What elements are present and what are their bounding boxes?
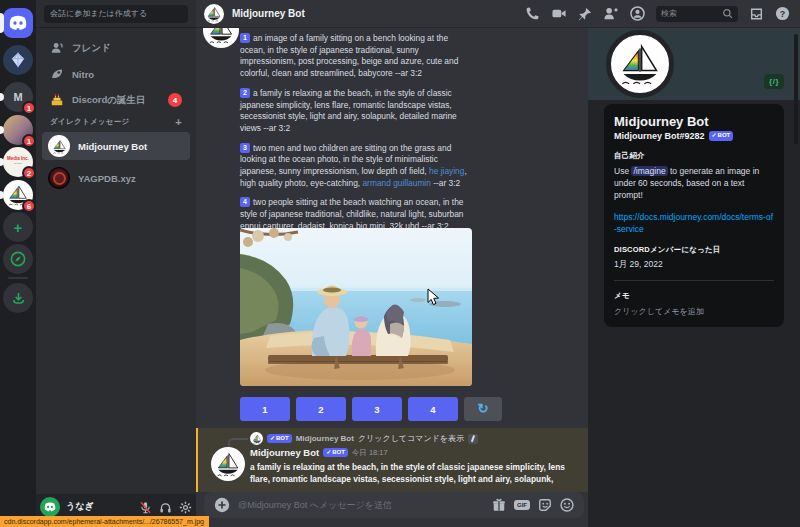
- search-box[interactable]: 検索: [656, 6, 738, 22]
- bot-badge: ✓ BOT: [267, 434, 292, 443]
- server-dm-media-inc[interactable]: Media Inc.~~~2: [3, 147, 33, 177]
- sidebar-item-nitro[interactable]: Nitro: [42, 62, 190, 86]
- add-server-icon: +: [14, 221, 23, 234]
- nitro-icon: [50, 67, 64, 81]
- server-dm-midjourney[interactable]: 6: [3, 180, 33, 210]
- explore-compass-icon[interactable]: [3, 244, 33, 274]
- prompt-number: 4: [240, 197, 250, 207]
- attach-file-icon[interactable]: [214, 497, 230, 513]
- about-text: Use /imagine to generate an image in und…: [614, 165, 774, 201]
- generated-image-attachment[interactable]: [240, 228, 472, 386]
- mention-highlight-message: ✓ BOT Midjourney Bot クリックしてコマンドを表示 Midjo…: [196, 428, 588, 492]
- unread-badge: 6: [22, 199, 36, 213]
- server-rail: M11Media Inc.~~~2 6+: [0, 0, 36, 527]
- gif-picker-button[interactable]: GIF: [514, 500, 530, 510]
- dm-section-header: ダイレクトメッセージ +: [50, 117, 182, 127]
- reply-author: Midjourney Bot: [296, 434, 354, 443]
- discord-logo-icon: [43, 500, 57, 514]
- sailboat-icon: [206, 6, 222, 22]
- message-text: a family is relaxing at the beach, in th…: [250, 462, 580, 485]
- server-add-server[interactable]: +: [3, 212, 33, 242]
- message-list: 1an image of a family sitting on a bench…: [196, 28, 588, 492]
- bot-badge: ✓ BOT: [323, 448, 348, 457]
- server-dm-user-art[interactable]: 1: [3, 115, 33, 145]
- artist-link[interactable]: armand guillaumin: [362, 178, 430, 188]
- selected-pill: [0, 13, 4, 33]
- create-dm-icon[interactable]: +: [175, 118, 182, 127]
- sidebar-top: 会話に参加または作成する: [36, 0, 196, 28]
- sidebar-item-label: フレンド: [72, 42, 111, 55]
- unread-badge: 2: [22, 166, 36, 180]
- prompt-message: 1an image of a family sitting on a bench…: [240, 33, 473, 241]
- prompt-number: 2: [240, 88, 250, 98]
- message-author[interactable]: Midjourney Bot: [250, 447, 319, 458]
- terms-link[interactable]: https://docs.midjourney.com/docs/terms-o…: [614, 211, 774, 235]
- quick-switcher-button[interactable]: 会話に参加または作成する: [44, 5, 188, 23]
- pinned-messages-icon[interactable]: [578, 7, 592, 21]
- reply-context[interactable]: ✓ BOT Midjourney Bot クリックしてコマンドを表示: [250, 432, 478, 445]
- sidebar-item-friends[interactable]: フレンド: [42, 36, 190, 60]
- gift-icon[interactable]: [492, 498, 506, 512]
- help-icon[interactable]: ?: [775, 6, 790, 21]
- user-profile-icon[interactable]: [630, 6, 645, 21]
- sidebar-item-label: Discordの誕生日: [72, 94, 146, 107]
- server-server-crystal[interactable]: [3, 45, 33, 75]
- settings-gear-icon[interactable]: [179, 501, 192, 514]
- prompt-option-1: 1an image of a family sitting on a bench…: [240, 33, 473, 80]
- voice-call-icon[interactable]: [525, 6, 540, 21]
- link-status-bar: cdn.discordapp.com/ephemeral-attachments…: [0, 516, 209, 527]
- dm-item-yagpdb[interactable]: YAGPDB.xyz: [42, 164, 190, 192]
- microphone-muted-icon[interactable]: [139, 501, 152, 514]
- upscale-button-1[interactable]: 1: [240, 397, 290, 421]
- user-avatar[interactable]: [40, 497, 60, 517]
- imagine-command-pill[interactable]: /imagine: [631, 166, 667, 176]
- profile-name: Midjourney Bot: [614, 114, 774, 129]
- artist-link[interactable]: he jiaying: [429, 166, 464, 176]
- server-discord-home[interactable]: [3, 8, 33, 38]
- prompt-number: 1: [240, 33, 250, 43]
- midjourney-avatar: [204, 4, 224, 24]
- profile-panel: {/} Midjourney Bot Midjourney Bot#9282 ✓…: [588, 0, 800, 527]
- svg-text:?: ?: [780, 9, 785, 19]
- profile-card: Midjourney Bot Midjourney Bot#9282 ✓ BOT…: [604, 104, 784, 327]
- reroll-button[interactable]: ↻: [464, 397, 502, 421]
- message-input[interactable]: @Midjourney Bot へメッセージを送信: [238, 499, 484, 512]
- emoji-picker-icon[interactable]: [560, 498, 574, 512]
- yagpdb-avatar: [48, 167, 70, 189]
- profile-scrollbar[interactable]: [794, 34, 798, 144]
- username: うなぎ: [66, 500, 94, 513]
- sailboat-icon: [252, 434, 262, 444]
- divider: [614, 280, 774, 281]
- video-call-icon[interactable]: [551, 6, 567, 21]
- search-icon: [722, 8, 733, 19]
- add-friend-icon[interactable]: [603, 6, 619, 21]
- unread-badge: 1: [22, 101, 36, 115]
- inbox-icon[interactable]: [749, 7, 764, 21]
- slash-command-icon: [468, 434, 478, 444]
- midjourney-avatar[interactable]: [211, 447, 245, 481]
- sticker-picker-icon[interactable]: [538, 498, 552, 512]
- profile-tag: Midjourney Bot#9282: [614, 131, 705, 141]
- midjourney-avatar-partial[interactable]: [203, 28, 239, 48]
- birthday-icon: [50, 93, 64, 107]
- midjourney-avatar: [48, 135, 70, 157]
- beach-family-photo: [240, 228, 472, 386]
- upscale-button-3[interactable]: 3: [352, 397, 402, 421]
- friends-icon: [50, 41, 64, 55]
- upscale-button-4[interactable]: 4: [408, 397, 458, 421]
- sidebar-item-birthday[interactable]: Discordの誕生日4: [42, 88, 190, 112]
- server-dm-user-m[interactable]: M1: [3, 82, 33, 112]
- unread-badge: 1: [22, 134, 36, 148]
- notification-badge: 4: [168, 93, 182, 107]
- prompt-number: 3: [240, 143, 250, 153]
- upscale-button-2[interactable]: 2: [296, 397, 346, 421]
- rail-divider: [8, 277, 28, 279]
- note-input[interactable]: クリックしてメモを追加: [614, 306, 774, 317]
- message-input-bar: @Midjourney Bot へメッセージを送信 GIF: [204, 492, 584, 518]
- midjourney-profile-avatar[interactable]: [606, 30, 674, 98]
- headphones-icon[interactable]: [159, 501, 172, 514]
- download-apps-icon[interactable]: [3, 283, 33, 313]
- dm-item-midjourney-bot[interactable]: Midjourney Bot: [42, 132, 190, 160]
- note-label: メモ: [614, 291, 774, 301]
- bot-badge: ✓ BOT: [709, 131, 734, 140]
